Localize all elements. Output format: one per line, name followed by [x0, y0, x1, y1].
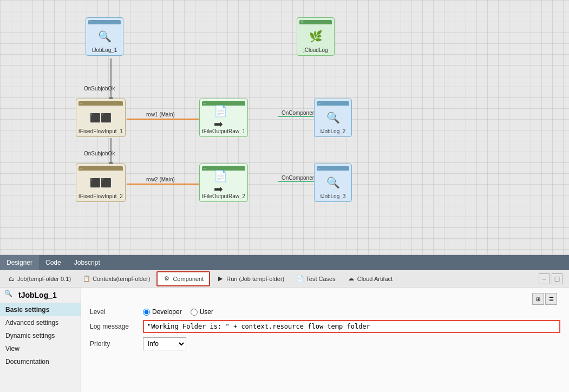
developer-radio[interactable] [143, 309, 150, 316]
node-tjoblog-2[interactable]: − 🔍 tJobLog_2 [314, 99, 352, 137]
developer-radio-option[interactable]: Developer [143, 308, 182, 316]
tab-minimize-button[interactable]: − [539, 273, 550, 284]
sidebar-advanced-settings[interactable]: Advanced settings [0, 316, 81, 329]
bottom-panel: Designer Code Jobscript 🗂 Job(tempFolder… [0, 254, 569, 392]
tab-cloud-artifact[interactable]: ☁ Cloud Artifact [342, 271, 398, 286]
left-sidebar: 🔍 tJobLog_1 Basic settings Advanced sett… [0, 288, 81, 392]
user-radio[interactable] [191, 309, 198, 316]
grid-view-button[interactable]: ⊞ [532, 293, 544, 305]
component-title-row: 🔍 tJobLog_1 [0, 288, 81, 303]
component-icon: ⚙ [163, 275, 171, 283]
node-tfixedflowinput-1[interactable]: − ⬛⬛ tFixedFlowInput_1 [76, 99, 126, 137]
tab-test-cases[interactable]: 📄 Test Cases [291, 271, 341, 286]
content-area: 🔍 tJobLog_1 Basic settings Advanced sett… [0, 288, 569, 392]
node-tfileoutputraw-1[interactable]: − 📄➡ tFileOutputRaw_1 [199, 99, 248, 137]
node-tfileoutputraw-2[interactable]: − 📄➡ tFileOutputRaw_2 [199, 164, 248, 202]
tab-jobscript[interactable]: Jobscript [68, 255, 107, 270]
row2-label: row2 (Main) [146, 177, 175, 182]
sidebar-view[interactable]: View [0, 342, 81, 355]
developer-label: Developer [152, 308, 182, 316]
component-title-text: tJobLog_1 [18, 291, 57, 299]
node-tjoblog-3[interactable]: − 🔍 tJobLog_3 [314, 164, 352, 202]
tab-component[interactable]: ⚙ Component [156, 271, 210, 286]
node-label-tfixedflowinput-1: tFixedFlowInput_1 [79, 128, 123, 134]
node-label-tfileoutputraw-1: tFileOutputRaw_1 [202, 128, 245, 134]
level-radio-group: Developer User [143, 308, 213, 316]
node-label-jcloudlog: jCloudLog [303, 47, 328, 53]
log-message-input[interactable] [143, 320, 560, 333]
tab-contexts[interactable]: 📋 Contexts(tempFolder) [77, 271, 155, 286]
node-label-tjoblog-2: tJobLog_2 [321, 128, 346, 134]
node-label-tjoblog-3: tJobLog_3 [321, 193, 346, 199]
priority-field-row: Priority Info Debug Warn Error [90, 337, 560, 350]
run-icon: ▶ [217, 275, 224, 283]
contexts-icon: 📋 [83, 275, 90, 283]
sidebar-documentation[interactable]: Documentation [0, 355, 81, 368]
user-radio-option[interactable]: User [191, 308, 213, 316]
tab-bar-designer: Designer Code Jobscript [0, 255, 569, 270]
subjob-ok-label-1: OnSubjobOk [84, 86, 115, 92]
level-field-row: Level Developer User [90, 308, 560, 316]
component-tabs-row: 🗂 Job(tempFolder 0.1) 📋 Contexts(tempFol… [0, 270, 569, 288]
tab-designer[interactable]: Designer [0, 255, 39, 270]
row1-label: row1 (Main) [146, 112, 175, 117]
grid-view-buttons: ⊞ ☰ [532, 293, 560, 305]
node-label-tfixedflowinput-2: tFixedFlowInput_2 [79, 193, 123, 199]
sidebar-dynamic-settings[interactable]: Dynamic settings [0, 329, 81, 342]
log-message-label: Log message [90, 323, 139, 330]
node-label-tfileoutputraw-2: tFileOutputRaw_2 [202, 193, 245, 199]
tab-controls: − □ [539, 273, 567, 284]
node-tfixedflowinput-2[interactable]: − ⬛⬛ tFixedFlowInput_2 [76, 164, 126, 202]
node-label-tjoblog-1: tJobLog_1 [92, 47, 117, 53]
subjob-ok-label-2: OnSubjobOk [84, 151, 115, 156]
sidebar-basic-settings[interactable]: Basic settings [0, 303, 81, 316]
priority-label: Priority [90, 340, 139, 348]
component-title-icon: 🔍 [4, 290, 15, 300]
level-label: Level [90, 308, 139, 316]
tab-job[interactable]: 🗂 Job(tempFolder 0.1) [2, 271, 76, 286]
node-jcloudlog[interactable]: + 🌿 jCloudLog [297, 17, 335, 56]
list-view-button[interactable]: ☰ [545, 293, 557, 305]
user-label: User [200, 308, 213, 316]
log-message-field-row: Log message [90, 320, 560, 333]
tab-maximize-button[interactable]: □ [552, 273, 563, 284]
tab-run[interactable]: ▶ Run (Job tempFolder) [211, 271, 290, 286]
cloud-icon: ☁ [348, 275, 355, 283]
tab-code[interactable]: Code [39, 255, 68, 270]
canvas-area[interactable]: OnSubjobOk OnSubjobOk row1 (Main) row2 (… [0, 0, 569, 254]
test-cases-icon: 📄 [296, 275, 304, 283]
job-icon: 🗂 [8, 275, 15, 283]
node-tjoblog-1[interactable]: − 🔍 tJobLog_1 [86, 17, 123, 56]
main-content-area: ⊞ ☰ Level Developer User [81, 288, 569, 392]
priority-select[interactable]: Info Debug Warn Error [143, 337, 186, 350]
